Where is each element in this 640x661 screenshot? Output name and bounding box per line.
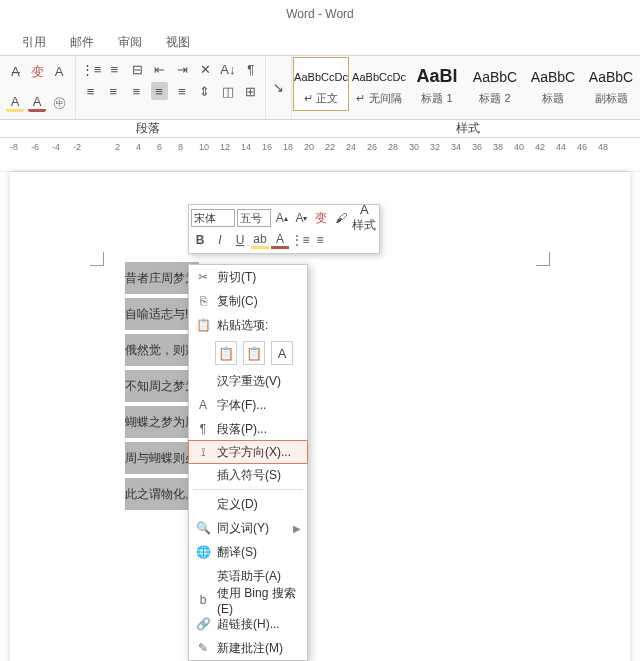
indent-inc-icon[interactable]: ⇥	[174, 60, 191, 78]
ctx-item-12[interactable]: 🌐翻译(S)	[189, 540, 307, 564]
ctx-icon	[195, 373, 211, 389]
mini-styles-button[interactable]: A样式	[352, 209, 377, 227]
distribute-icon[interactable]: ≡	[174, 82, 191, 100]
bullets-mini-icon[interactable]: ⋮≡	[291, 231, 309, 249]
mini-toolbar: A▴ A▾ 变 🖌 A样式 B I U ab A ⋮≡ ≡	[188, 204, 380, 254]
underline-icon[interactable]: U	[231, 231, 249, 249]
line-spacing-icon[interactable]: ⇕	[196, 82, 213, 100]
ctx-item-10[interactable]: 定义(D)	[189, 492, 307, 516]
paste-opt-2[interactable]: A	[271, 341, 293, 365]
group-labels: 段落 样式	[0, 120, 640, 138]
ctx-item-6[interactable]: ¶段落(P)...	[189, 417, 307, 441]
style-item-5[interactable]: AaBbC副标题	[583, 57, 639, 111]
ruler-tick: 46	[577, 142, 587, 152]
ctx-item-15[interactable]: 🔗超链接(H)...	[189, 612, 307, 636]
ctx-icon: ¶	[195, 421, 211, 437]
mini-size-input[interactable]	[237, 209, 271, 227]
styles-group-label: 样式	[296, 120, 640, 137]
numbering-mini-icon[interactable]: ≡	[311, 231, 329, 249]
paste-opt-0[interactable]: 📋	[215, 341, 237, 365]
ruler-tick: 30	[409, 142, 419, 152]
paste-opt-1[interactable]: 📋	[243, 341, 265, 365]
ruler-tick: -8	[10, 142, 18, 152]
ctx-label: 剪切(T)	[217, 269, 301, 286]
ctx-label: 复制(C)	[217, 293, 301, 310]
enclose-icon[interactable]: ㊥	[50, 94, 68, 112]
tab-review[interactable]: 审阅	[106, 28, 154, 55]
ruler-tick: 14	[241, 142, 251, 152]
grow-font-icon[interactable]: A▴	[273, 209, 291, 227]
ctx-item-0[interactable]: ✂剪切(T)	[189, 265, 307, 289]
style-item-2[interactable]: AaBl标题 1	[409, 57, 465, 111]
style-sample: AaBl	[416, 63, 457, 91]
border-icon[interactable]: ⊞	[242, 82, 259, 100]
ctx-item-14[interactable]: b使用 Bing 搜索(E)	[189, 588, 307, 612]
ctx-item-4[interactable]: 汉字重选(V)	[189, 369, 307, 393]
char-border-icon[interactable]: A	[50, 63, 68, 81]
ctx-label: 汉字重选(V)	[217, 373, 301, 390]
ctx-item-7[interactable]: ⟟文字方向(X)...	[188, 440, 308, 464]
align-left-icon[interactable]: ≡	[82, 82, 99, 100]
tab-view[interactable]: 视图	[154, 28, 202, 55]
bullets-icon[interactable]: ⋮≡	[82, 60, 100, 78]
numbering-icon[interactable]: ≡	[106, 60, 123, 78]
shading-icon[interactable]: ◫	[219, 82, 236, 100]
ctx-label: 使用 Bing 搜索(E)	[217, 585, 301, 616]
ctx-label: 超链接(H)...	[217, 616, 301, 633]
clear-format-icon[interactable]: A̶	[6, 63, 24, 81]
window-title: Word - Word	[0, 0, 640, 28]
ctx-item-1[interactable]: ⎘复制(C)	[189, 289, 307, 313]
ruler-tick: 12	[220, 142, 230, 152]
styles-pane-icon[interactable]: ↘	[272, 79, 285, 97]
style-sample: AaBbCcDc	[294, 63, 348, 91]
ctx-icon: A	[195, 397, 211, 413]
tab-mail[interactable]: 邮件	[58, 28, 106, 55]
asian-layout-icon[interactable]: ✕	[197, 60, 214, 78]
style-item-0[interactable]: AaBbCcDc↵ 正文	[293, 57, 349, 111]
style-item-1[interactable]: AaBbCcDc↵ 无间隔	[351, 57, 407, 111]
style-item-3[interactable]: AaBbC标题 2	[467, 57, 523, 111]
ctx-item-5[interactable]: A字体(F)...	[189, 393, 307, 417]
ruler-tick: 4	[136, 142, 141, 152]
multilevel-icon[interactable]: ⊟	[129, 60, 146, 78]
ruler-tick: 10	[199, 142, 209, 152]
ctx-item-16[interactable]: ✎新建批注(M)	[189, 636, 307, 660]
ctx-label: 段落(P)...	[217, 421, 301, 438]
show-marks-icon[interactable]: ¶	[242, 60, 259, 78]
phonetic-guide-icon[interactable]: 变	[312, 209, 330, 227]
font-color-mini-icon[interactable]: A	[271, 231, 289, 249]
style-sample: AaBbC	[473, 63, 517, 91]
indent-dec-icon[interactable]: ⇤	[151, 60, 168, 78]
horizontal-ruler[interactable]: -8-6-4-224681012141618202224262830323436…	[0, 138, 640, 172]
ruler-tick: 48	[598, 142, 608, 152]
ctx-label: 英语助手(A)	[217, 568, 301, 585]
align-justify-icon[interactable]: ≡	[151, 82, 168, 100]
style-sample: AaBbCcDc	[352, 63, 406, 91]
ruler-tick: 42	[535, 142, 545, 152]
tab-references[interactable]: 引用	[10, 28, 58, 55]
ctx-icon: ✂	[195, 269, 211, 285]
format-painter-icon[interactable]: 🖌	[332, 209, 350, 227]
shrink-font-icon[interactable]: A▾	[293, 209, 311, 227]
italic-icon[interactable]: I	[211, 231, 229, 249]
align-right-icon[interactable]: ≡	[128, 82, 145, 100]
ctx-item-11[interactable]: 🔍同义词(Y)▶	[189, 516, 307, 540]
align-center-icon[interactable]: ≡	[105, 82, 122, 100]
sort-icon[interactable]: A↓	[220, 60, 237, 78]
highlight-mini-icon[interactable]: ab	[251, 231, 269, 249]
style-item-4[interactable]: AaBbC标题	[525, 57, 581, 111]
ruler-tick: 24	[346, 142, 356, 152]
font-color-icon[interactable]: A	[28, 94, 46, 112]
style-name: 副标题	[595, 91, 628, 106]
context-menu: ✂剪切(T)⎘复制(C)📋粘贴选项:📋📋A汉字重选(V)A字体(F)...¶段落…	[188, 264, 308, 661]
ctx-label: 粘贴选项:	[217, 317, 301, 334]
ctx-icon: ⟟	[195, 444, 211, 460]
style-launcher: ↘	[266, 56, 292, 119]
font-group: A̶ 变 A A A ㊥	[0, 56, 76, 119]
bold-icon[interactable]: B	[191, 231, 209, 249]
ctx-item-8[interactable]: 插入符号(S)	[189, 463, 307, 487]
highlight-icon[interactable]: A	[6, 94, 24, 112]
ruler-tick: 36	[472, 142, 482, 152]
mini-font-input[interactable]	[191, 209, 235, 227]
phonetic-icon[interactable]: 变	[28, 63, 46, 81]
